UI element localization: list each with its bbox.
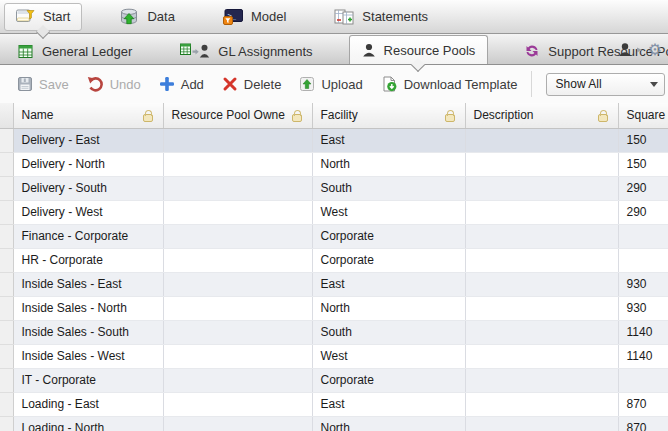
cell-description[interactable] — [465, 344, 618, 368]
cell-square_feet[interactable]: 930 — [618, 272, 668, 296]
row-selector[interactable] — [0, 344, 13, 368]
cell-description[interactable] — [465, 296, 618, 320]
row-selector[interactable] — [0, 272, 13, 296]
row-selector[interactable] — [0, 152, 13, 176]
row-selector[interactable] — [0, 248, 13, 272]
column-header-square-f[interactable]: Square F — [618, 103, 668, 128]
table-row[interactable]: Inside Sales - NorthNorth930 — [0, 296, 668, 320]
table-row[interactable]: Loading - NorthNorth870 — [0, 416, 668, 431]
cell-description[interactable] — [465, 368, 618, 392]
cell-description[interactable] — [465, 272, 618, 296]
table-row[interactable]: Finance - CorporateCorporate — [0, 224, 668, 248]
cell-name[interactable]: Loading - East — [13, 392, 163, 416]
cell-facility[interactable]: East — [312, 392, 465, 416]
cell-description[interactable] — [465, 152, 618, 176]
cell-square_feet[interactable]: 290 — [618, 176, 668, 200]
cell-owner[interactable] — [163, 128, 312, 152]
cell-square_feet[interactable]: 870 — [618, 416, 668, 431]
cell-name[interactable]: IT - Corporate — [13, 368, 163, 392]
cell-facility[interactable]: Corporate — [312, 368, 465, 392]
cell-facility[interactable]: North — [312, 416, 465, 431]
ribbon-tab-statements[interactable]: Statements — [323, 3, 439, 31]
cell-square_feet[interactable]: 150 — [618, 128, 668, 152]
cell-square_feet[interactable]: 870 — [618, 392, 668, 416]
undo-button[interactable]: Undo — [78, 72, 150, 96]
tab-gl-assignments[interactable]: GL Assignments — [168, 38, 324, 64]
cell-description[interactable] — [465, 128, 618, 152]
table-row[interactable]: HR - CorporateCorporate — [0, 248, 668, 272]
cell-owner[interactable] — [163, 176, 312, 200]
cell-owner[interactable] — [163, 152, 312, 176]
cell-description[interactable] — [465, 248, 618, 272]
cell-owner[interactable] — [163, 224, 312, 248]
table-row[interactable]: Inside Sales - EastEast930 — [0, 272, 668, 296]
tab-general-ledger[interactable]: General Ledger — [6, 38, 144, 64]
table-row[interactable]: Loading - EastEast870 — [0, 392, 668, 416]
cell-square_feet[interactable] — [618, 224, 668, 248]
cell-facility[interactable]: Corporate — [312, 224, 465, 248]
cell-description[interactable] — [465, 392, 618, 416]
cell-owner[interactable] — [163, 272, 312, 296]
column-header-name[interactable]: Name — [13, 103, 163, 128]
cell-owner[interactable] — [163, 344, 312, 368]
cell-facility[interactable]: Corporate — [312, 248, 465, 272]
download-template-button[interactable]: Download Template — [372, 72, 527, 96]
cell-facility[interactable]: North — [312, 296, 465, 320]
cell-facility[interactable]: North — [312, 152, 465, 176]
cell-name[interactable]: Inside Sales - South — [13, 320, 163, 344]
table-row[interactable]: Delivery - NorthNorth150 — [0, 152, 668, 176]
cell-owner[interactable] — [163, 248, 312, 272]
cell-name[interactable]: Finance - Corporate — [13, 224, 163, 248]
cell-description[interactable] — [465, 200, 618, 224]
cell-description[interactable] — [465, 176, 618, 200]
cell-name[interactable]: Inside Sales - North — [13, 296, 163, 320]
row-selector[interactable] — [0, 200, 13, 224]
column-header-description[interactable]: Description — [465, 103, 618, 128]
save-button[interactable]: Save — [8, 72, 78, 96]
row-selector[interactable] — [0, 128, 13, 152]
cell-square_feet[interactable]: 930 — [618, 296, 668, 320]
cell-name[interactable]: Delivery - West — [13, 200, 163, 224]
cell-name[interactable]: Delivery - East — [13, 128, 163, 152]
cell-square_feet[interactable]: 1140 — [618, 320, 668, 344]
cell-square_feet[interactable]: 1140 — [618, 344, 668, 368]
cell-owner[interactable] — [163, 200, 312, 224]
cell-facility[interactable]: West — [312, 344, 465, 368]
cell-owner[interactable] — [163, 416, 312, 431]
cell-owner[interactable] — [163, 368, 312, 392]
column-header-resource-pool-owne[interactable]: Resource Pool Owne — [163, 103, 312, 128]
row-selector[interactable] — [0, 392, 13, 416]
cell-facility[interactable]: South — [312, 176, 465, 200]
column-header-facility[interactable]: Facility — [312, 103, 465, 128]
cell-square_feet[interactable] — [618, 248, 668, 272]
cell-square_feet[interactable]: 290 — [618, 200, 668, 224]
cell-facility[interactable]: East — [312, 128, 465, 152]
ribbon-tab-data[interactable]: Data — [108, 3, 185, 31]
gear-icon[interactable]: ⚙ — [648, 42, 662, 58]
row-selector[interactable] — [0, 176, 13, 200]
table-row[interactable]: Delivery - SouthSouth290 — [0, 176, 668, 200]
delete-button[interactable]: Delete — [213, 72, 291, 96]
user-icon[interactable] — [618, 42, 632, 57]
cell-description[interactable] — [465, 320, 618, 344]
cell-owner[interactable] — [163, 296, 312, 320]
upload-button[interactable]: Upload — [290, 72, 371, 96]
cell-description[interactable] — [465, 224, 618, 248]
cell-owner[interactable] — [163, 392, 312, 416]
add-button[interactable]: Add — [150, 72, 213, 96]
cell-name[interactable]: Loading - North — [13, 416, 163, 431]
table-row[interactable]: Delivery - EastEast150 — [0, 128, 668, 152]
table-row[interactable]: Inside Sales - WestWest1140 — [0, 344, 668, 368]
table-row[interactable]: Inside Sales - SouthSouth1140 — [0, 320, 668, 344]
row-selector[interactable] — [0, 416, 13, 431]
cell-name[interactable]: Delivery - South — [13, 176, 163, 200]
cell-name[interactable]: Inside Sales - East — [13, 272, 163, 296]
cell-name[interactable]: Delivery - North — [13, 152, 163, 176]
ribbon-tab-start[interactable]: Start — [4, 3, 82, 31]
tab-resource-pools[interactable]: Resource Pools — [349, 35, 489, 64]
table-row[interactable]: IT - CorporateCorporate — [0, 368, 668, 392]
cell-square_feet[interactable] — [618, 368, 668, 392]
cell-facility[interactable]: South — [312, 320, 465, 344]
show-all-dropdown[interactable]: Show All — [546, 73, 665, 96]
cell-square_feet[interactable]: 150 — [618, 152, 668, 176]
